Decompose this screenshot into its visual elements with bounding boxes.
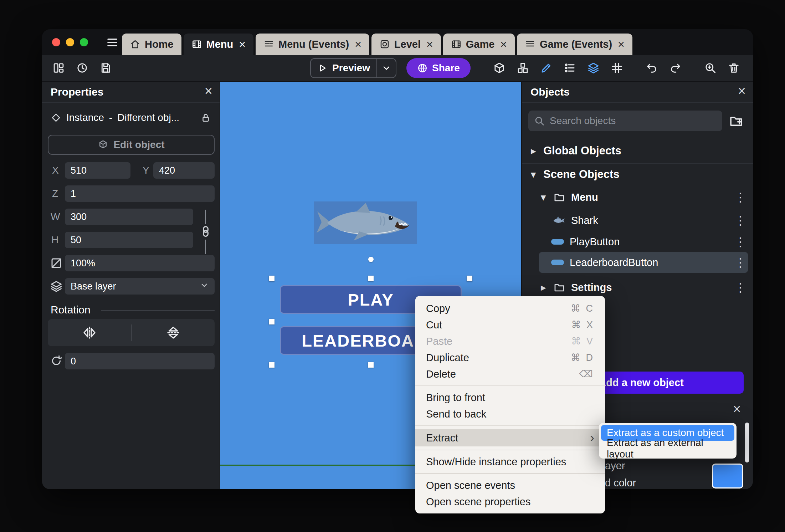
properties-panel: Properties × Instance - Different obj...… (42, 82, 220, 489)
context-menu-item-send-to-back[interactable]: Send to back (415, 406, 605, 422)
context-menu-item-open-scene-properties[interactable]: Open scene properties (415, 493, 605, 510)
opacity-input[interactable] (65, 255, 215, 271)
tab-close-icon[interactable]: × (426, 38, 433, 51)
rotation-input[interactable] (65, 353, 215, 369)
submenu-item-extract-external-layout[interactable]: Extract as an external layout (601, 441, 734, 456)
folder-row-settings[interactable]: ▸ Settings (539, 279, 612, 296)
save-button[interactable] (97, 59, 114, 76)
shortcut-label: ⌘ X (571, 319, 594, 331)
tab-close-icon[interactable]: × (355, 38, 361, 51)
preview-button[interactable]: Preview (311, 59, 376, 77)
link-size-icon[interactable] (199, 225, 212, 238)
grid-button[interactable] (608, 59, 625, 76)
close-icon[interactable]: × (205, 83, 212, 99)
selection-handle[interactable] (269, 362, 275, 368)
redo-button[interactable] (667, 59, 684, 76)
zoom-button[interactable] (702, 59, 719, 76)
tab-menu-events[interactable]: Menu (Events) × (256, 34, 369, 55)
kebab-menu-icon[interactable]: ⋮ (735, 212, 746, 229)
context-menu-item-show-hide-instance-properties[interactable]: Show/Hide instance properties (415, 454, 605, 470)
context-menu-item-extract[interactable]: Extract › (415, 429, 605, 446)
selection-handle[interactable] (269, 276, 275, 281)
selection-handle[interactable] (368, 276, 374, 281)
shark-sprite[interactable] (314, 201, 417, 244)
selection-handle[interactable] (368, 362, 374, 368)
tab-label: Menu (206, 39, 234, 50)
kebab-menu-icon[interactable]: ⋮ (735, 279, 746, 296)
tab-level[interactable]: Level × (371, 34, 441, 55)
objects-view-button[interactable] (514, 59, 531, 76)
w-input[interactable] (65, 209, 193, 225)
caret-right-icon[interactable]: ▸ (539, 282, 548, 293)
share-button[interactable]: Share (406, 58, 471, 78)
context-menu-item-delete[interactable]: Delete ⌫ (415, 366, 605, 382)
close-icon[interactable]: × (738, 83, 746, 99)
instance-row: Instance - Different obj... (51, 109, 211, 126)
undo-button[interactable] (643, 59, 660, 76)
instances-list-button[interactable] (561, 59, 578, 76)
delete-button[interactable] (725, 59, 742, 76)
tab-home[interactable]: Home (122, 34, 181, 55)
object-row-playbutton[interactable]: PlayButton (551, 234, 620, 250)
menu-item-label: Delete (426, 368, 456, 380)
selection-handle[interactable] (467, 276, 472, 281)
tab-close-icon[interactable]: × (500, 38, 507, 51)
caret-down-icon[interactable]: ▾ (539, 192, 548, 203)
selection-handle[interactable] (269, 319, 275, 324)
kebab-menu-icon[interactable]: ⋮ (735, 254, 746, 271)
minimize-window-button[interactable] (66, 38, 74, 46)
panels-button[interactable] (50, 59, 67, 76)
close-window-button[interactable] (52, 38, 60, 46)
zoom-window-button[interactable] (80, 38, 88, 46)
search-icon (534, 116, 545, 126)
main-menu-icon[interactable] (105, 36, 120, 49)
folder-row-menu[interactable]: ▾ Menu (539, 189, 598, 205)
menu-item-label: Paste (426, 336, 452, 347)
preview-options-button[interactable] (377, 59, 396, 77)
context-menu-item-copy[interactable]: Copy ⌘ C (415, 300, 605, 317)
global-objects-group[interactable]: ▸ Global Objects (529, 143, 621, 159)
properties-header: Properties × (42, 82, 220, 103)
tab-menu[interactable]: Menu × (184, 34, 253, 55)
add-folder-button[interactable] (729, 113, 744, 130)
tab-close-icon[interactable]: × (239, 38, 246, 51)
caret-right-icon[interactable]: ▸ (529, 145, 538, 157)
object-row-leaderboardbutton[interactable]: LeaderboardButton (551, 254, 658, 271)
h-input[interactable] (65, 232, 193, 248)
history-button[interactable] (73, 59, 91, 76)
kebab-menu-icon[interactable]: ⋮ (735, 234, 746, 250)
context-menu-item-duplicate[interactable]: Duplicate ⌘ D (415, 349, 605, 366)
x-input[interactable] (65, 162, 130, 179)
search-input[interactable] (550, 115, 717, 127)
object-group-icon (517, 62, 529, 74)
scene-objects-group[interactable]: ▾ Scene Objects (529, 166, 620, 183)
view-3d-button[interactable] (491, 59, 508, 76)
menu-item-label: Duplicate (426, 352, 469, 364)
close-icon[interactable]: × (733, 401, 741, 417)
tab-game-events[interactable]: Game (Events) × (517, 34, 632, 55)
caret-down-icon[interactable]: ▾ (529, 169, 538, 180)
context-menu-item-cut[interactable]: Cut ⌘ X (415, 317, 605, 333)
flip-horizontal-button[interactable] (48, 326, 131, 340)
color-swatch-button[interactable] (712, 464, 743, 488)
context-menu-item-bring-to-front[interactable]: Bring to front (415, 389, 605, 406)
tab-game[interactable]: Game × (443, 34, 515, 55)
selection-rotate-handle[interactable] (368, 257, 374, 262)
edit-object-button[interactable]: Edit object (48, 135, 215, 155)
layer-select[interactable]: Base layer (65, 278, 215, 295)
y-input[interactable] (153, 162, 215, 179)
z-input[interactable] (65, 185, 215, 202)
kebab-menu-icon[interactable]: ⋮ (735, 189, 746, 205)
context-menu-item-open-scene-events[interactable]: Open scene events (415, 477, 605, 493)
tab-label: Home (145, 39, 174, 50)
object-row-shark[interactable]: Shark (551, 212, 598, 229)
scrollbar[interactable] (745, 423, 749, 462)
flip-vertical-button[interactable] (132, 326, 215, 340)
edit-mode-button[interactable] (538, 59, 555, 76)
layers-panel-button[interactable] (585, 59, 602, 76)
shortcut-label: ⌘ C (571, 303, 594, 314)
lock-icon[interactable] (200, 112, 211, 123)
folder-plus-icon (729, 113, 744, 128)
tab-close-icon[interactable]: × (618, 38, 625, 51)
panels-icon (52, 62, 65, 74)
